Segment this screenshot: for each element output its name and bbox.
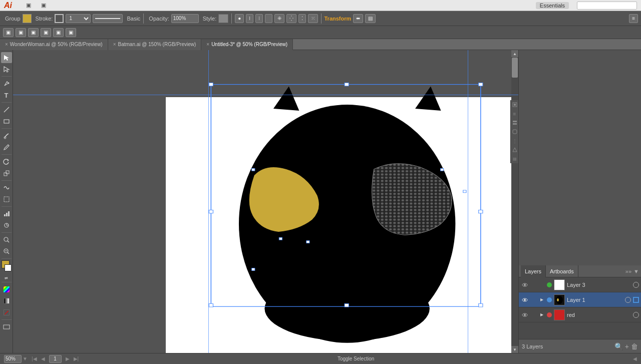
- zoom-arrow[interactable]: ▼: [23, 356, 28, 361]
- zoom-input[interactable]: [4, 355, 22, 363]
- nav-first[interactable]: |◀: [32, 356, 37, 361]
- status-arrow-left[interactable]: ◀: [633, 356, 637, 361]
- transform-icon1[interactable]: ⬌: [353, 14, 363, 23]
- gradient-btn[interactable]: [1, 295, 12, 306]
- layer-row-1[interactable]: ▶ Layer 1: [519, 292, 641, 307]
- layer-row-3[interactable]: Layer 3: [519, 277, 641, 292]
- align-btn4[interactable]: ⁜: [274, 14, 284, 23]
- layer-row-red[interactable]: ▶ red: [519, 307, 641, 322]
- column-graph-tool[interactable]: [1, 220, 12, 231]
- pencil-tool[interactable]: [1, 142, 12, 153]
- select-all-btn[interactable]: ▣: [3, 28, 14, 37]
- align-btn3[interactable]: [265, 14, 272, 23]
- canvas-area[interactable]: ▲ ▼: [13, 50, 518, 353]
- zoom-control[interactable]: ▼: [4, 355, 28, 363]
- type-tool[interactable]: T: [1, 90, 12, 101]
- tab-untitled3[interactable]: × Untitled-3* @ 50% (RGB/Preview): [201, 39, 293, 50]
- layers-search-btn[interactable]: 🔍: [614, 342, 623, 350]
- layers-delete-btn[interactable]: 🗑: [631, 342, 638, 350]
- tab-batman[interactable]: × Batman.ai @ 150% (RGB/Preview): [108, 39, 202, 50]
- align-btn1[interactable]: ⁞: [246, 14, 253, 23]
- layers-tab[interactable]: Layers: [521, 265, 546, 277]
- svg-rect-27: [479, 83, 483, 86]
- nav-last[interactable]: ▶|: [74, 356, 79, 361]
- tab-close-untitled3[interactable]: ×: [206, 42, 209, 47]
- layers-collapse-icon[interactable]: ▼: [633, 268, 639, 274]
- align-btn7[interactable]: ⁙: [308, 14, 318, 23]
- red-layer-target[interactable]: [633, 312, 639, 318]
- nav-prev[interactable]: ◀: [41, 356, 45, 361]
- pen-tool[interactable]: [1, 78, 12, 89]
- inverse-btn[interactable]: ▣: [41, 28, 51, 37]
- globe-btn[interactable]: ●: [235, 14, 244, 23]
- align-btn2[interactable]: ⁝: [255, 14, 263, 23]
- style-label: Style:: [203, 16, 217, 22]
- swap-colors-btn[interactable]: ⇄: [5, 276, 8, 280]
- selection-tool[interactable]: [1, 52, 12, 63]
- workspace-selector[interactable]: Essentials: [536, 2, 569, 9]
- rotate-tool[interactable]: [1, 156, 12, 167]
- line-tool[interactable]: [1, 104, 12, 115]
- fill-color-swatch[interactable]: [23, 14, 32, 23]
- free-transform-tool[interactable]: [1, 194, 12, 205]
- layer-1-visibility[interactable]: [521, 296, 529, 304]
- workspace-icon[interactable]: ▣: [41, 2, 46, 9]
- scroll-up-arrow[interactable]: ▲: [511, 50, 518, 57]
- zoom-in-tool[interactable]: [1, 234, 12, 245]
- stroke-style-preview[interactable]: [93, 14, 123, 23]
- right-icon7[interactable]: ▤: [511, 155, 518, 162]
- scroll-thumb[interactable]: [512, 58, 518, 78]
- layer-1-target[interactable]: [625, 297, 631, 303]
- prev-obj-btn[interactable]: ▣: [66, 28, 76, 37]
- right-icon1[interactable]: [511, 101, 518, 108]
- layer-3-target[interactable]: [633, 282, 639, 288]
- stroke-swatch[interactable]: [5, 264, 12, 271]
- align-btn5[interactable]: ⁛: [286, 14, 296, 23]
- none-btn[interactable]: [1, 307, 12, 318]
- screen-mode-btn[interactable]: [1, 321, 12, 332]
- layers-add-btn[interactable]: +: [625, 342, 629, 350]
- tab-close-batman[interactable]: ×: [113, 42, 116, 47]
- stroke-weight-select[interactable]: 123: [66, 14, 91, 23]
- style-swatch[interactable]: [218, 14, 228, 23]
- shape-tool[interactable]: [1, 116, 12, 127]
- next-obj-btn[interactable]: ▣: [53, 28, 64, 37]
- direct-selection-tool[interactable]: [1, 64, 12, 75]
- options-btn[interactable]: ≡: [629, 14, 638, 23]
- layers-menu-icon[interactable]: »»: [625, 268, 631, 274]
- opacity-input[interactable]: [171, 14, 199, 23]
- red-layer-visibility[interactable]: [521, 311, 529, 319]
- paintbrush-tool[interactable]: [1, 130, 12, 141]
- right-panel-top: ≡ ⋮ ▤: [519, 50, 641, 265]
- scale-tool[interactable]: [1, 168, 12, 179]
- reselect-btn[interactable]: ▣: [28, 28, 39, 37]
- group-label: Group: [5, 16, 21, 22]
- vertical-scrollbar[interactable]: ▲ ▼: [511, 50, 518, 353]
- right-icon3[interactable]: [511, 119, 518, 126]
- layer-3-expand[interactable]: [539, 282, 545, 288]
- tab-wonderwoman[interactable]: × WonderWoman.ai @ 50% (RGB/Preview): [0, 39, 108, 50]
- nav-next[interactable]: ▶: [66, 356, 70, 361]
- page-input[interactable]: [49, 355, 62, 363]
- deselect-btn[interactable]: ▣: [16, 28, 26, 37]
- right-icon6[interactable]: [511, 146, 518, 153]
- search-input[interactable]: [577, 2, 637, 10]
- scroll-down-arrow[interactable]: ▼: [511, 346, 518, 353]
- stroke-color-swatch[interactable]: [55, 14, 64, 23]
- align-btn6[interactable]: ⁚: [298, 14, 306, 23]
- transform-icon2[interactable]: ▤: [365, 14, 376, 23]
- graph-tool[interactable]: [1, 208, 12, 219]
- right-icon2[interactable]: ≡: [511, 110, 518, 117]
- warp-tool[interactable]: [1, 182, 12, 193]
- layer-1-expand[interactable]: ▶: [539, 297, 545, 303]
- right-icon5[interactable]: ⋮: [511, 137, 518, 144]
- color-btn[interactable]: [1, 284, 12, 295]
- artboards-tab[interactable]: Artboards: [546, 265, 578, 277]
- red-layer-expand[interactable]: ▶: [539, 312, 545, 318]
- layer-3-visibility[interactable]: [521, 281, 529, 289]
- transform-btn[interactable]: Transform: [325, 16, 352, 22]
- tab-close-wonderwoman[interactable]: ×: [5, 42, 8, 47]
- bridge-icon[interactable]: ▣: [26, 2, 31, 9]
- zoom-out-tool[interactable]: [1, 246, 12, 257]
- right-icon4[interactable]: [511, 128, 518, 135]
